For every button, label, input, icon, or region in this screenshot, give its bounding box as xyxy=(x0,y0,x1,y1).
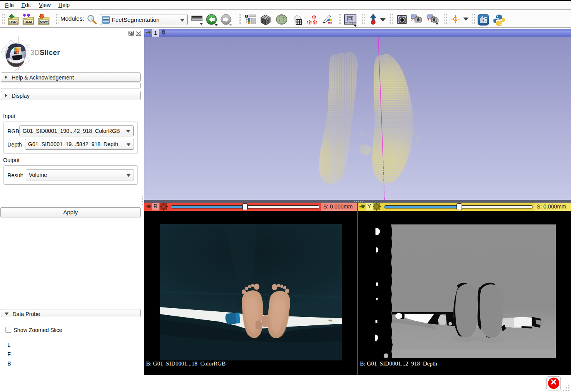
svg-text:SAVE: SAVE xyxy=(40,20,48,24)
svg-text:DCM: DCM xyxy=(25,20,32,24)
svg-text:DATA: DATA xyxy=(9,20,18,24)
